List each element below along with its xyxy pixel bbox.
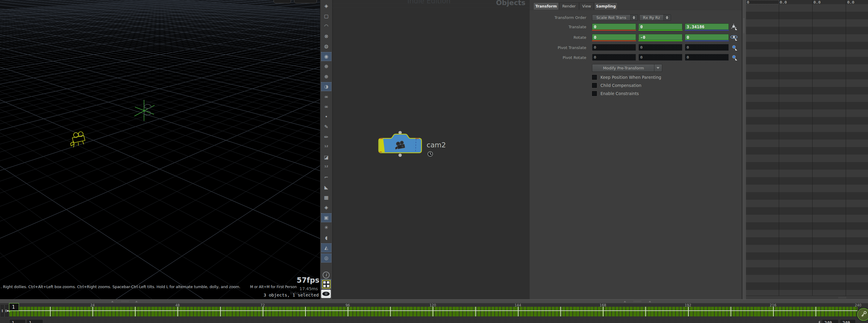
glasses-play-icon[interactable]: ∞ (321, 103, 331, 111)
playbar-ticks[interactable] (9, 307, 858, 316)
sheet-row[interactable] (746, 12, 868, 19)
pane-expand-up-icon[interactable] (111, 301, 114, 302)
sheet-row[interactable] (746, 27, 868, 34)
sheet-row[interactable] (746, 192, 868, 200)
sheet-row[interactable] (746, 79, 868, 87)
sheet-row[interactable] (746, 267, 868, 275)
pane-expand-down-icon[interactable] (135, 301, 138, 302)
brush-icon[interactable]: ✎ (321, 123, 331, 131)
keyframe-button[interactable] (857, 308, 868, 321)
rotate-field-z[interactable]: 0 (685, 34, 729, 40)
rotate-order-dropdown[interactable]: Rx Ry Rz (639, 14, 671, 21)
brush-plane-icon[interactable]: ◪ (321, 153, 331, 162)
sheet-row[interactable] (746, 57, 868, 64)
play-reverse-button[interactable]: ❙ (0, 304, 4, 317)
snapshot-grid-icon[interactable] (321, 279, 331, 288)
pane-drag-handle-2[interactable] (633, 300, 642, 302)
play-forward-button[interactable]: ❙▶ (4, 304, 9, 317)
sheet-row[interactable] (746, 132, 868, 140)
sheet-row[interactable] (746, 162, 868, 170)
pane-expand-up-icon-2[interactable] (624, 301, 626, 302)
rotate-field-x[interactable]: 0 (592, 34, 636, 40)
translate-handle-icon[interactable] (730, 24, 739, 31)
transform-order-dropdown[interactable]: Scale Rot Trans (592, 14, 638, 21)
sheet-row[interactable] (746, 19, 868, 27)
eye-icon[interactable] (321, 290, 331, 298)
sheet-row[interactable] (746, 230, 868, 237)
node-box-icon[interactable]: ▣ (321, 214, 331, 222)
sheet-row[interactable] (746, 42, 868, 49)
sheet-row[interactable] (746, 222, 868, 230)
sheet-row[interactable] (746, 34, 868, 42)
key-12-icon[interactable]: ¹² (321, 143, 331, 151)
pivot_translate-field-y[interactable]: 0 (639, 44, 682, 51)
end-frame-field-2[interactable]: 240 (840, 319, 856, 323)
high-quality-light-icon[interactable]: ⊕ (321, 62, 331, 71)
end-frame-field[interactable]: 240 (822, 319, 838, 323)
pen-icon[interactable]: ✏ (321, 133, 331, 141)
sheet-row[interactable] (746, 170, 868, 177)
pivot_rotate-field-z[interactable]: 0 (685, 54, 729, 61)
sheet-selected-cell[interactable] (746, 0, 779, 4)
viewport-menu-button-2[interactable] (294, 0, 317, 3)
sheet-row[interactable] (746, 49, 868, 57)
sheet-row[interactable] (746, 72, 868, 79)
lock-icon[interactable]: ◠ (321, 22, 331, 30)
rotate-handle-icon[interactable] (730, 34, 739, 41)
pivot-translate-icon[interactable] (730, 44, 739, 51)
viewport-menu-button-1[interactable] (274, 0, 291, 3)
pivot_translate-field-x[interactable]: 0 (592, 44, 636, 51)
pane-drag-handle[interactable] (121, 300, 129, 302)
sheet-row[interactable] (746, 117, 868, 124)
sheet-row[interactable] (746, 252, 868, 260)
sheet-row[interactable] (746, 185, 868, 192)
tab-sampling[interactable]: Sampling (594, 2, 618, 10)
start-frame-field-2[interactable]: 1 (27, 319, 43, 323)
playbar[interactable]: 24487296120144168192216240 ❙ ❙▶ 1 1 1 24… (0, 303, 868, 323)
tab-transform[interactable]: Transform (533, 2, 559, 10)
dome-icon[interactable]: ◖ (321, 234, 331, 242)
sheet-row[interactable] (746, 109, 868, 117)
sheet-row[interactable] (746, 245, 868, 252)
sheet-row[interactable] (746, 64, 868, 72)
current-frame-marker[interactable]: 1 (9, 303, 19, 311)
translate-field-x[interactable]: 0 (592, 24, 636, 30)
light-off-icon[interactable]: ⊗ (321, 32, 331, 41)
sheet-row[interactable] (746, 4, 868, 12)
checkbox-keep-position-when-parenting[interactable] (592, 75, 597, 80)
pivot-rotate-icon[interactable] (730, 54, 739, 61)
translate-field-z[interactable]: 3.34186 (685, 24, 729, 30)
pivot_rotate-field-x[interactable]: 0 (592, 54, 636, 61)
sheet-row[interactable] (746, 154, 868, 162)
checkbox-child-compensation[interactable] (592, 83, 597, 88)
sheet-hscrollbar[interactable] (746, 296, 868, 299)
sheet-row[interactable] (746, 260, 868, 267)
sheet-row[interactable] (746, 237, 868, 245)
view-pane-icon[interactable]: ▢ (321, 12, 331, 21)
sheet-row[interactable] (746, 147, 868, 154)
sheet-row[interactable] (746, 102, 868, 109)
sheet-row[interactable] (746, 87, 868, 95)
camera-wireframe-icon[interactable] (69, 131, 87, 149)
wedge-icon[interactable]: ◣ (321, 183, 331, 191)
glasses-icon[interactable]: ∞ (321, 93, 331, 101)
scene-viewport[interactable]: . Right dollies. Ctrl+Alt+Left box-zooms… (0, 0, 320, 299)
plane-12-icon[interactable]: ¹² (321, 163, 331, 171)
high-quality-shadow-icon[interactable]: ⊕ (321, 72, 331, 81)
sheet-row[interactable] (746, 200, 868, 207)
pivot_translate-field-z[interactable]: 0 (685, 44, 729, 51)
dot-icon[interactable]: • (321, 113, 331, 121)
translate-field-y[interactable]: 0 (639, 24, 682, 30)
grid-plane-icon[interactable]: ◈ (321, 2, 331, 10)
modify-pretransform-dropdown[interactable]: Modify Pre-Transform (592, 64, 662, 72)
pane-expand-down-icon-2[interactable] (649, 301, 651, 302)
start-frame-field[interactable]: 1 (9, 319, 26, 323)
sheet-row[interactable] (746, 95, 868, 102)
geometry-spreadsheet[interactable]: 00.00.00.0 (746, 0, 868, 299)
curve-handle-icon[interactable]: ⌐ (321, 173, 331, 182)
diamond-icon[interactable]: ◈ (321, 203, 331, 212)
fan-icon[interactable]: ✳ (321, 223, 331, 232)
light-headlamp-icon[interactable]: ◍ (321, 42, 331, 50)
tab-render[interactable]: Render (559, 2, 579, 10)
network-editor[interactable]: Indie Edition Objects (332, 0, 530, 299)
